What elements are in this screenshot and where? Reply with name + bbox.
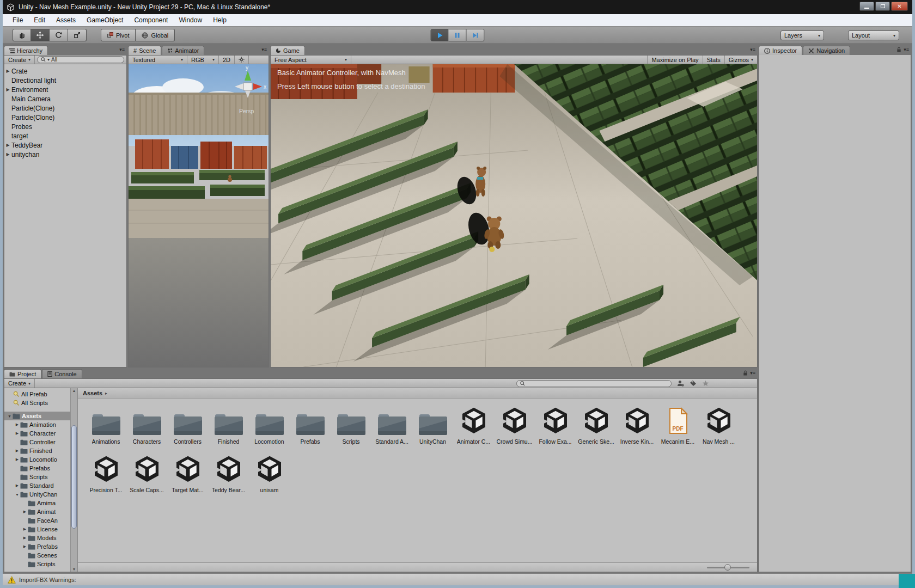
hierarchy-create-button[interactable]: Create ▾ [4,56,35,64]
breadcrumb[interactable]: Assets ▸ [78,388,757,399]
menu-component[interactable]: Component [129,15,173,26]
menu-gameobject[interactable]: GameObject [81,15,129,26]
project-tree-scrollbar[interactable]: ▲ ▼ [71,388,78,572]
icon-size-slider[interactable] [707,567,749,568]
asset-item[interactable]: PDF Animator C... [453,405,494,445]
hand-tool-button[interactable] [13,29,31,41]
tree-row[interactable]: ▶ Scripts [4,473,70,481]
menu-file[interactable]: File [7,15,28,26]
asset-store-person-icon[interactable] [677,380,684,387]
color-mode-dropdown[interactable]: RGB ▾ [187,56,219,64]
play-button[interactable] [431,29,449,41]
tree-row[interactable]: ▶ Animation [4,420,70,429]
hierarchy-item[interactable]: ▶ Main Camera [4,94,126,103]
scroll-up-icon[interactable]: ▲ [71,389,77,393]
tree-row-assets-root[interactable]: ▼ Assets [4,412,70,420]
tree-row[interactable]: ▶ Standard [4,481,70,490]
hierarchy-item[interactable]: ▶ TeddyBear [4,140,126,150]
asset-item[interactable]: PDF Teddy Bear... [208,454,249,493]
expand-right-icon[interactable]: ▶ [4,143,11,148]
lock-icon[interactable] [743,370,748,376]
hierarchy-item[interactable]: ▶ Environment [4,85,126,94]
asset-item[interactable]: PDF Controllers [167,405,208,445]
tree-row[interactable]: ▶ Animat [4,507,70,516]
scroll-down-icon[interactable]: ▼ [71,567,77,571]
scale-tool-button[interactable] [68,29,87,41]
expand-icon[interactable]: ▶ [22,536,28,540]
tree-row[interactable]: ▶ Controller [4,438,70,446]
panel-menu-icon[interactable]: ▾≡ [750,370,755,376]
aspect-dropdown[interactable]: Free Aspect ▾ [271,56,351,64]
panel-menu-icon[interactable]: ▾≡ [261,47,267,52]
project-create-button[interactable]: Create ▾ [4,379,35,388]
expand-right-icon[interactable]: ▶ [4,69,11,74]
tab-console[interactable]: Console [42,369,82,378]
asset-item[interactable]: PDF Locomotion [249,405,290,445]
tab-game[interactable]: Game [270,46,305,55]
expand-right-icon[interactable]: ▶ [4,152,11,157]
asset-item[interactable]: PDF Standard A... [371,405,412,445]
lock-icon[interactable] [896,47,901,52]
expand-icon[interactable]: ▶ [14,449,20,453]
tab-scene[interactable]: # Scene [128,46,161,55]
hierarchy-item[interactable]: ▶ Particle(Clone) [4,113,126,122]
expand-icon[interactable]: ▶ [14,422,20,427]
hierarchy-item[interactable]: ▶ unitychan [4,150,126,159]
maximize-on-play-button[interactable]: Maximize on Play [647,56,702,64]
game-viewport[interactable]: Basic Animator Controller, with NavMesh … [270,64,758,367]
title-bar[interactable]: Unity - Nav Mesh Example.unity - New Uni… [3,0,912,14]
gizmos-button[interactable]: Gizmos ▾ [724,56,757,64]
favorite-search-item[interactable]: All Scripts [4,399,70,407]
menu-window[interactable]: Window [173,15,208,26]
tab-project[interactable]: Project [4,369,41,378]
tree-row[interactable]: ▶ Locomotio [4,455,70,464]
tree-row[interactable]: ▶ Scripts [4,560,70,568]
menu-assets[interactable]: Assets [51,15,81,26]
tree-row[interactable]: ▶ Character [4,429,70,438]
asset-item[interactable]: PDF Animations [86,405,126,445]
asset-item[interactable]: PDF Finished [208,405,249,445]
expand-icon[interactable]: ▼ [14,493,20,497]
hierarchy-item[interactable]: ▶ Probes [4,122,126,131]
asset-item[interactable]: PDF Precision T... [86,454,126,493]
layout-dropdown[interactable]: Layout ▾ [848,30,899,40]
panel-menu-icon[interactable]: ▾≡ [904,47,909,52]
asset-item[interactable]: PDF Crowd Simu... [494,405,535,445]
expand-icon[interactable]: ▶ [14,483,20,488]
toggle-2d-button[interactable]: 2D [219,56,235,64]
rotate-tool-button[interactable] [50,29,68,41]
favorite-star-icon[interactable] [702,380,709,387]
label-tag-icon[interactable] [690,380,697,387]
favorite-search-item[interactable]: All Prefab [4,390,70,399]
tree-row[interactable]: ▶ Prefabs [4,542,70,551]
panel-menu-icon[interactable]: ▾≡ [119,47,125,52]
pivot-button[interactable]: Pivot [101,29,136,41]
move-tool-button[interactable] [31,29,50,41]
expand-icon[interactable]: ▶ [22,527,28,531]
asset-item[interactable]: PDF Nav Mesh ... [698,405,739,445]
menu-help[interactable]: Help [208,15,232,26]
hierarchy-search-input[interactable]: ▾ All [37,56,124,63]
step-button[interactable] [467,29,485,41]
tree-row[interactable]: ▼ UnityChan [4,490,70,499]
asset-item[interactable]: PDF Follow Exa... [535,405,576,445]
asset-item[interactable]: PDF UnityChan [412,405,453,445]
asset-item[interactable]: PDF Scripts [331,405,371,445]
asset-item[interactable]: PDF Prefabs [290,405,331,445]
project-search-input[interactable] [516,380,672,387]
global-button[interactable]: Global [136,29,175,41]
expand-icon[interactable]: ▶ [22,510,28,514]
tab-hierarchy[interactable]: Hierarchy [4,46,48,55]
tree-row[interactable]: ▶ Models [4,534,70,542]
panel-menu-icon[interactable]: ▾≡ [750,47,755,52]
slider-knob[interactable] [724,564,731,571]
asset-item[interactable]: PDF Inverse Kin... [617,405,657,445]
hierarchy-item[interactable]: ▶ Particle(Clone) [4,103,126,113]
tab-navigation[interactable]: Navigation [803,46,850,55]
restore-button[interactable] [875,2,890,11]
hierarchy-item[interactable]: ▶ Crate [4,66,126,76]
expand-icon[interactable]: ▶ [14,431,20,436]
expand-right-icon[interactable]: ▶ [4,87,11,92]
layers-dropdown[interactable]: Layers ▾ [780,30,824,40]
expand-down-icon[interactable]: ▼ [7,414,13,418]
